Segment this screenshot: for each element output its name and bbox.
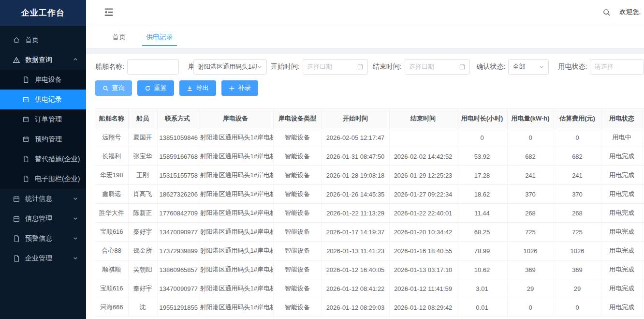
table-cell: 10.62 bbox=[457, 260, 507, 279]
table-cell: 用电完成 bbox=[601, 279, 643, 298]
confirm-status-value: 全部 bbox=[512, 62, 525, 71]
sidebar-item-power-supply-records[interactable]: 供电记录 bbox=[0, 90, 86, 109]
file-icon bbox=[22, 175, 30, 183]
table-cell: 2026-01-12 08:29:03 bbox=[322, 298, 389, 317]
filter-bar: 船舶名称: 岸 射阳港区通用码头1#岸电桩 开始时间: 选择日期 结束时间: bbox=[95, 59, 644, 75]
power-status-placeholder: 请选择 bbox=[594, 62, 613, 71]
sidebar-item-label: 信息管理 bbox=[25, 214, 52, 223]
table-cell: 0 bbox=[554, 298, 601, 317]
table-cell: 1026 bbox=[507, 242, 554, 260]
tab-power-supply-records[interactable]: 供电记录 bbox=[139, 29, 180, 48]
sidebar-item-shore-power-device[interactable]: 岸电设备 bbox=[0, 70, 86, 90]
sidebar-item-warning-information[interactable]: 预警信息 bbox=[0, 228, 86, 248]
table-cell: 2026-01-26 14:45:35 bbox=[322, 185, 389, 204]
table-cell: 吴朝阳 bbox=[128, 260, 157, 279]
confirm-status-select[interactable]: 全部 bbox=[508, 59, 548, 75]
query-button-label: 查询 bbox=[112, 84, 125, 92]
table-cell: 射阳港区通用码头1#岸电桩 bbox=[198, 147, 273, 166]
table-cell: 张宝华 bbox=[128, 147, 157, 166]
table-row: 河海666沈19551291855射阳港区通用码头1#岸电桩智能设备2026-0… bbox=[95, 298, 644, 317]
table-header: 船舶名称船员联系方式岸电设备岸电设备类型开始时间结束时间用电时长(小时)用电量(… bbox=[95, 109, 644, 128]
export-button-label: 导出 bbox=[196, 84, 209, 92]
table-cell: 肖高飞 bbox=[128, 185, 157, 204]
chevron-down-icon bbox=[73, 235, 78, 241]
sidebar: 企业工作台 首页 数据查询 bbox=[0, 0, 86, 319]
table-cell: 用电完成 bbox=[601, 204, 643, 223]
ship-name-label: 船舶名称: bbox=[95, 62, 124, 71]
sidebar-item-statistics[interactable]: 统计信息 bbox=[0, 189, 86, 209]
table-cell: 宝顺616 bbox=[95, 223, 128, 242]
table-cell: 2026-01-12 08:29:42 bbox=[389, 298, 457, 317]
sidebar-item-enterprise-management[interactable]: 企业管理 bbox=[0, 248, 86, 268]
supplement-button-label: 补录 bbox=[238, 84, 251, 92]
power-status-select[interactable]: 请选择 bbox=[590, 59, 644, 75]
table-cell: 2026-01-13 11:41:23 bbox=[322, 242, 389, 260]
sidebar-item-reservation-management[interactable]: 预约管理 bbox=[0, 129, 86, 149]
sidebar-item-alternative-measures[interactable]: 替代措施(企业) bbox=[0, 149, 86, 169]
calendar-icon bbox=[22, 136, 30, 143]
calendar-icon bbox=[22, 116, 30, 123]
table-cell: 用电完成 bbox=[601, 242, 643, 260]
end-time-placeholder: 选择日期 bbox=[409, 62, 434, 71]
sidebar-item-data-query[interactable]: 数据查询 bbox=[0, 50, 86, 70]
export-button[interactable]: 导出 bbox=[179, 80, 216, 96]
table-cell: 智能设备 bbox=[273, 298, 322, 317]
content-divider bbox=[86, 48, 644, 54]
table-cell: 241 bbox=[554, 166, 601, 185]
table-cell: 13470090977 bbox=[157, 279, 198, 298]
device-select[interactable]: 射阳港区通用码头1#岸电桩 bbox=[193, 59, 267, 75]
start-time-input[interactable]: 选择日期 bbox=[303, 59, 368, 75]
table-cell: 智能设备 bbox=[273, 242, 322, 260]
table-cell: 用电中 bbox=[601, 128, 643, 147]
chevron-up-icon bbox=[73, 57, 78, 62]
sidebar-item-home[interactable]: 首页 bbox=[0, 30, 86, 50]
table-cell: 725 bbox=[554, 223, 601, 242]
table-cell: 11.44 bbox=[457, 204, 507, 223]
column-header: 用电状态 bbox=[601, 109, 643, 128]
sidebar-item-electronic-fence[interactable]: 电子围栏(企业) bbox=[0, 169, 86, 189]
table-cell: 射阳港区通用码头1#岸电桩 bbox=[198, 185, 273, 204]
sidebar-item-information-management[interactable]: 信息管理 bbox=[0, 209, 86, 228]
table-cell: 268 bbox=[554, 204, 601, 223]
table-cell: 18.62 bbox=[457, 185, 507, 204]
app-title: 企业工作台 bbox=[0, 0, 86, 26]
table-cell: 17372939899 bbox=[157, 242, 198, 260]
sidebar-item-order-management[interactable]: 订单管理 bbox=[0, 109, 86, 129]
sidebar-submenu: 岸电设备 供电记录 订单管理 bbox=[0, 70, 86, 189]
column-header: 用电时长(小时) bbox=[457, 109, 507, 128]
table-cell: 18627326206 bbox=[157, 185, 198, 204]
topbar: 欢迎您, bbox=[86, 0, 644, 24]
table-cell: 射阳港区通用码头1#岸电桩 bbox=[198, 242, 273, 260]
table-cell: 2026-01-13 03:17:10 bbox=[389, 260, 457, 279]
table-cell: 射阳港区通用码头1#岸电桩 bbox=[198, 223, 273, 242]
table-cell: 0 bbox=[554, 128, 601, 147]
table-cell: 2026-01-31 08:47:50 bbox=[322, 147, 389, 166]
table-cell: 369 bbox=[554, 260, 601, 279]
column-header: 结束时间 bbox=[389, 109, 457, 128]
sidebar-item-label: 首页 bbox=[25, 36, 39, 45]
reset-button[interactable]: 重置 bbox=[137, 80, 174, 96]
chevron-down-icon bbox=[73, 215, 78, 221]
table-cell: 0.01 bbox=[457, 298, 507, 317]
search-icon[interactable] bbox=[602, 8, 611, 16]
table-cell: 顺祺顺 bbox=[95, 260, 128, 279]
supplement-button[interactable]: 补录 bbox=[221, 80, 258, 96]
sidebar-collapse-icon[interactable] bbox=[103, 7, 114, 17]
start-time-label: 开始时间: bbox=[271, 62, 300, 71]
table-cell: 2026-01-20 10:34:42 bbox=[389, 223, 457, 242]
table-row: 华宏198王刚15315155758射阳港区通用码头1#岸电桩智能设备2026-… bbox=[95, 166, 644, 185]
end-time-input[interactable]: 选择日期 bbox=[405, 59, 470, 75]
ship-name-input[interactable] bbox=[127, 59, 179, 75]
query-button[interactable]: 查询 bbox=[95, 80, 132, 96]
table-cell: 369 bbox=[507, 260, 554, 279]
chevron-down-icon bbox=[257, 64, 263, 70]
topbar-right: 欢迎您, bbox=[602, 0, 641, 24]
tab-home[interactable]: 首页 bbox=[105, 29, 132, 48]
column-header: 船员 bbox=[128, 109, 157, 128]
table-cell: 370 bbox=[554, 185, 601, 204]
chevron-down-icon bbox=[73, 196, 78, 201]
calendar-icon bbox=[13, 215, 20, 223]
plus-icon bbox=[229, 85, 235, 91]
column-header: 船舶名称 bbox=[95, 109, 128, 128]
table-cell: 用电完成 bbox=[601, 147, 643, 166]
